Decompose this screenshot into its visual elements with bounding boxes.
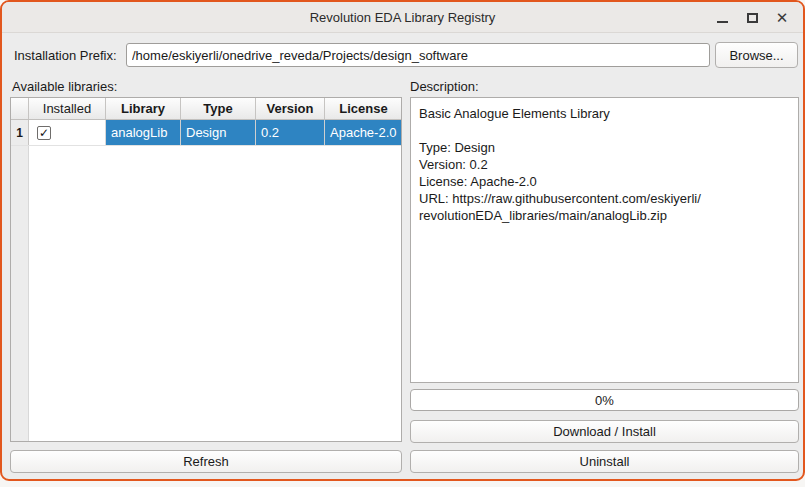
download-install-button[interactable]: Download / Install [410, 420, 799, 443]
description-line: revolutionEDA_libraries/main/analogLib.z… [419, 207, 790, 224]
version-cell[interactable]: 0.2 [256, 120, 325, 145]
window-controls: ✕ [711, 2, 793, 33]
maximize-icon[interactable] [741, 7, 763, 29]
installed-checkbox[interactable]: ✓ [37, 126, 51, 140]
description-label: Description: [410, 79, 479, 94]
description-box[interactable]: Basic Analogue Elements Library Type: De… [410, 97, 799, 383]
browse-button[interactable]: Browse... [715, 42, 798, 68]
description-line: Version: 0.2 [419, 156, 790, 173]
column-header-installed[interactable]: Installed [29, 98, 106, 119]
row-number: 1 [11, 120, 29, 145]
table-corner-cell [11, 98, 29, 119]
column-header-type[interactable]: Type [181, 98, 256, 119]
description-line: Basic Analogue Elements Library [419, 105, 790, 122]
row-header-strip [11, 146, 29, 441]
table-header-row: Installed Library Type Version License [11, 98, 401, 120]
window-title: Revolution EDA Library Registry [310, 10, 496, 25]
table-body-background [29, 146, 401, 441]
app-window: Revolution EDA Library Registry ✕ Instal… [0, 0, 805, 481]
minimize-icon[interactable] [711, 7, 733, 29]
description-line: Type: Design [419, 139, 790, 156]
installed-cell: ✓ [29, 120, 106, 145]
installation-prefix-label: Installation Prefix: [14, 48, 117, 63]
license-cell[interactable]: Apache-2.0 [325, 120, 402, 145]
close-icon[interactable]: ✕ [771, 7, 793, 29]
description-line [419, 122, 790, 139]
titlebar[interactable]: Revolution EDA Library Registry ✕ [2, 2, 803, 33]
type-cell[interactable]: Design [181, 120, 256, 145]
table-row[interactable]: 1 ✓ analogLib Design 0.2 Apache-2.0 [11, 120, 401, 146]
available-libraries-label: Available libraries: [12, 79, 117, 94]
description-line: License: Apache-2.0 [419, 173, 790, 190]
column-header-version[interactable]: Version [256, 98, 325, 119]
column-header-library[interactable]: Library [106, 98, 181, 119]
description-line: URL: https://raw.githubusercontent.com/e… [419, 190, 790, 207]
library-cell[interactable]: analogLib [106, 120, 181, 145]
refresh-button[interactable]: Refresh [10, 450, 402, 473]
libraries-table: Installed Library Type Version License 1… [10, 97, 402, 442]
column-header-license[interactable]: License [325, 98, 402, 119]
progress-value: 0% [595, 393, 614, 408]
uninstall-button[interactable]: Uninstall [410, 450, 799, 473]
installation-prefix-input[interactable] [126, 43, 710, 67]
table-empty-area [11, 146, 401, 441]
progress-bar: 0% [410, 389, 799, 411]
